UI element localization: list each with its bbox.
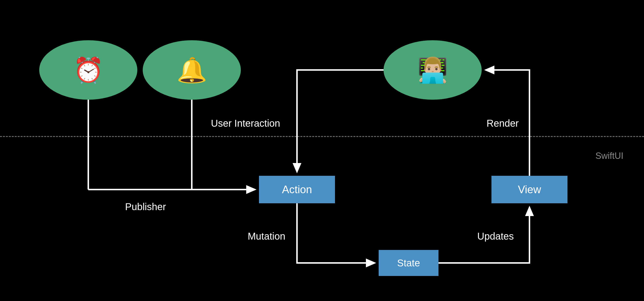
node-view-label: View: [518, 183, 541, 196]
node-view: View: [492, 176, 568, 203]
edge-label-user-interaction: User Interaction: [211, 118, 280, 129]
edge-mutation: [297, 203, 375, 263]
bell-icon: 🔔: [176, 58, 207, 82]
node-action: Action: [259, 176, 335, 203]
diagram-canvas: SwiftUI ⏰ 🔔 👨🏼‍💻 Action State View: [0, 0, 644, 301]
node-state: State: [379, 250, 438, 276]
framework-label: SwiftUI: [596, 151, 624, 161]
edge-label-render: Render: [486, 118, 519, 129]
node-state-label: State: [397, 257, 420, 268]
node-action-label: Action: [282, 183, 312, 196]
node-clock: ⏰: [39, 40, 137, 100]
edge-user-interaction: [297, 70, 384, 172]
node-user: 👨🏼‍💻: [384, 40, 482, 100]
user-laptop-icon: 👨🏼‍💻: [418, 58, 448, 82]
alarm-clock-icon: ⏰: [73, 58, 104, 82]
edge-label-publisher: Publisher: [125, 201, 166, 212]
node-bell: 🔔: [143, 40, 241, 100]
boundary-divider: [0, 136, 644, 137]
edge-label-mutation: Mutation: [248, 231, 285, 242]
edge-label-updates: Updates: [477, 231, 514, 242]
